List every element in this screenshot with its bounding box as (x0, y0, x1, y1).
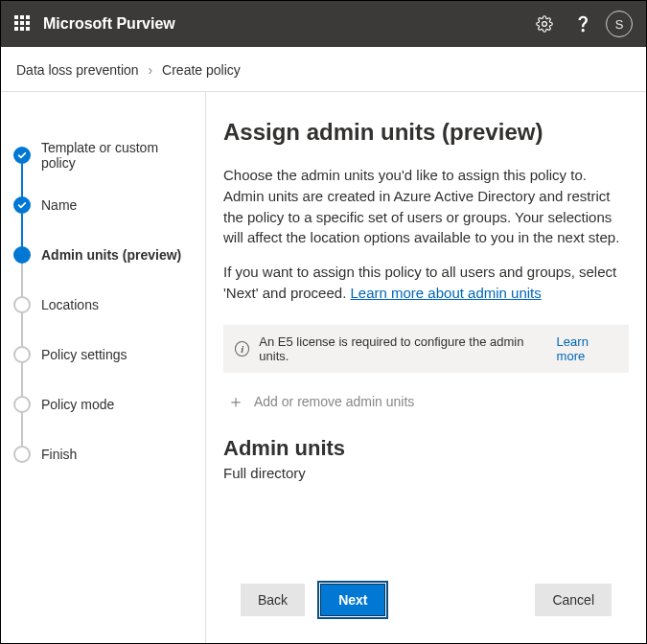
app-launcher-icon[interactable] (14, 15, 32, 33)
svg-point-0 (543, 22, 547, 27)
info-icon: i (235, 341, 249, 356)
wizard-step[interactable]: Policy mode (11, 380, 196, 429)
wizard-step[interactable]: Locations (11, 280, 196, 330)
settings-button[interactable] (525, 1, 564, 47)
step-pending-icon (13, 396, 31, 413)
wizard-step-label: Template or custom policy (41, 140, 196, 171)
step-pending-icon (13, 296, 31, 313)
wizard-footer: Back Next Cancel (223, 570, 629, 633)
top-bar: Microsoft Purview S (1, 1, 646, 47)
gear-icon (536, 15, 553, 33)
wizard-step-label: Admin units (preview) (41, 247, 181, 263)
wizard-step[interactable]: Name (11, 180, 196, 230)
add-remove-label: Add or remove admin units (254, 394, 414, 409)
wizard-step-label: Policy mode (41, 397, 114, 412)
wizard-step-label: Finish (41, 447, 77, 462)
license-info-banner: i An E5 license is required to configure… (223, 325, 629, 373)
add-remove-admin-units-button[interactable]: ＋ Add or remove admin units (223, 382, 629, 426)
wizard-step[interactable]: Admin units (preview) (11, 230, 196, 280)
main-content: Assign admin units (preview) Choose the … (206, 92, 646, 643)
next-button[interactable]: Next (320, 584, 385, 616)
step-done-icon (13, 196, 31, 214)
help-button[interactable] (564, 1, 602, 47)
help-icon (576, 15, 590, 33)
wizard-step[interactable]: Finish (11, 429, 196, 479)
brand-title: Microsoft Purview (43, 15, 525, 33)
chevron-right-icon: › (149, 62, 153, 78)
cancel-button[interactable]: Cancel (535, 584, 612, 616)
step-done-icon (13, 147, 31, 164)
admin-units-heading: Admin units (223, 436, 629, 461)
learn-more-admin-units-link[interactable]: Learn more about admin units (350, 285, 541, 301)
step-pending-icon (13, 446, 31, 463)
avatar[interactable]: S (606, 11, 633, 37)
breadcrumb: Data loss prevention › Create policy (1, 47, 646, 92)
admin-units-value: Full directory (223, 465, 629, 481)
wizard-step-label: Name (41, 197, 77, 213)
wizard-step-label: Policy settings (41, 347, 127, 362)
back-button[interactable]: Back (241, 584, 305, 616)
description-1: Choose the admin units you'd like to ass… (223, 165, 629, 248)
banner-learn-more-link[interactable]: Learn more (557, 334, 617, 363)
wizard-sidebar: Template or custom policyNameAdmin units… (1, 92, 206, 643)
page-title: Assign admin units (preview) (223, 119, 629, 146)
breadcrumb-current: Create policy (162, 62, 241, 78)
banner-text: An E5 license is required to configure t… (259, 334, 543, 363)
breadcrumb-parent[interactable]: Data loss prevention (16, 62, 139, 78)
wizard-step[interactable]: Template or custom policy (11, 130, 196, 180)
plus-icon: ＋ (227, 390, 244, 413)
wizard-step[interactable]: Policy settings (11, 330, 196, 380)
step-pending-icon (13, 346, 31, 363)
description-2: If you want to assign this policy to all… (223, 262, 629, 304)
wizard-step-label: Locations (41, 297, 99, 312)
step-current-icon (13, 246, 31, 264)
